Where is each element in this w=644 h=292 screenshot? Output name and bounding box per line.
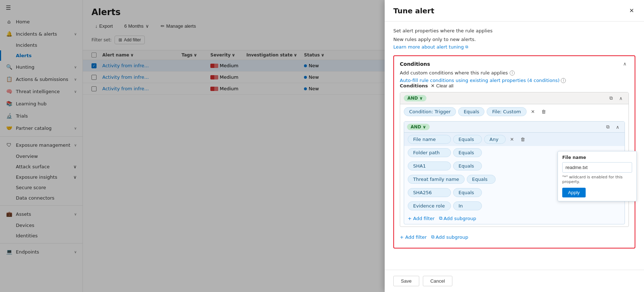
equals-chip[interactable]: Equals xyxy=(458,107,484,116)
add-subgroup-link[interactable]: ⧉ Add subgroup xyxy=(439,215,476,221)
delete-filter-button[interactable]: 🗑 xyxy=(518,136,527,143)
subgroup-icon: ⧉ xyxy=(431,234,434,240)
field-chip-threatfamily[interactable]: Threat family name xyxy=(408,175,465,184)
conditions-desc: Add custom conditions where this rule ap… xyxy=(400,70,629,76)
conditions-label: Conditions xyxy=(400,83,428,88)
side-panel: Tune alert ✕ Set alert properties where … xyxy=(385,0,644,292)
info-icon: i xyxy=(510,70,515,76)
remove-condition-button[interactable]: ✕ xyxy=(529,108,537,115)
expand-button[interactable]: ∧ xyxy=(617,95,625,102)
filename-input[interactable] xyxy=(562,162,632,173)
operator-chip[interactable]: Equals xyxy=(453,188,482,197)
clear-all-button[interactable]: ✕ Clear all xyxy=(431,83,453,88)
delete-row-button[interactable]: 🗑 xyxy=(539,108,548,115)
outer-add-subgroup-link[interactable]: ⧉ Add subgroup xyxy=(431,234,468,240)
field-chip-filename[interactable]: File name xyxy=(408,135,451,144)
panel-footer: Save Cancel xyxy=(385,270,644,292)
outer-and-row: Condition: Trigger Equals File: Custom ✕… xyxy=(400,104,629,119)
value-chip[interactable]: Any xyxy=(484,135,506,144)
filename-popup: File name "*" wildcard is enabled for th… xyxy=(558,151,637,201)
header-actions: ⧉ ∧ xyxy=(607,95,625,102)
outer-add-filter-row: + Add filter ⧉ Add subgroup xyxy=(400,231,629,243)
panel-body: Set alert properties where the rule appl… xyxy=(385,22,644,270)
popup-label: File name xyxy=(562,155,632,160)
inner-and-header: AND ∨ ⧉ ∧ xyxy=(404,122,625,133)
cancel-button[interactable]: Cancel xyxy=(423,276,452,286)
external-link-icon: ⧉ xyxy=(465,45,468,49)
copy-button[interactable]: ⧉ xyxy=(607,95,615,102)
panel-header: Tune alert ✕ xyxy=(385,0,644,22)
close-icon: ✕ xyxy=(629,8,634,14)
panel-desc-line1: Set alert properties where the rule appl… xyxy=(393,27,635,35)
conditions-header-row: Conditions ✕ Clear all xyxy=(400,83,629,88)
subgroup-icon: ⧉ xyxy=(439,215,442,221)
chevron-down-icon: ∨ xyxy=(419,96,423,101)
learn-more-link[interactable]: Learn more about alert tuning ⧉ xyxy=(393,44,635,50)
inner-and-badge[interactable]: AND ∨ xyxy=(407,124,430,130)
outer-add-filter-link[interactable]: + Add filter xyxy=(400,234,427,240)
field-chip-folderpath[interactable]: Folder path xyxy=(408,148,451,157)
expand-inner-button[interactable]: ∧ xyxy=(614,123,622,131)
outer-and-group-header: AND ∨ ⧉ ∧ xyxy=(400,92,629,104)
add-filter-link[interactable]: + Add filter xyxy=(408,216,435,221)
operator-chip[interactable]: Equals xyxy=(453,148,482,157)
autofill-link[interactable]: Auto-fill rule conditions using existing… xyxy=(400,78,629,83)
chevron-up-icon: ∧ xyxy=(623,61,627,67)
close-button[interactable]: ✕ xyxy=(628,6,635,15)
operator-chip[interactable]: In xyxy=(453,201,482,210)
save-button[interactable]: Save xyxy=(393,276,419,286)
conditions-title: Conditions ∧ xyxy=(400,60,629,67)
field-chip-evidencerole[interactable]: Evidence role xyxy=(408,201,451,210)
panel-desc-line2: New rules apply only to new alerts. xyxy=(393,36,635,43)
conditions-collapse-button[interactable]: ∧ xyxy=(621,60,629,67)
and-badge[interactable]: AND ∨ xyxy=(404,95,426,101)
panel-title: Tune alert xyxy=(393,6,434,15)
close-icon: ✕ xyxy=(431,83,435,88)
operator-chip[interactable]: Equals xyxy=(453,135,482,144)
operator-chip[interactable]: Equals xyxy=(467,175,496,184)
operator-chip[interactable]: Equals xyxy=(453,161,482,170)
field-chip-sha256[interactable]: SHA256 xyxy=(408,188,451,197)
side-panel-overlay: Tune alert ✕ Set alert properties where … xyxy=(0,0,644,292)
condition-trigger-chip[interactable]: Condition: Trigger xyxy=(404,107,456,116)
chevron-down-icon: ∨ xyxy=(422,124,426,129)
inner-header-actions: ⧉ ∧ xyxy=(604,123,622,131)
remove-filter-button[interactable]: ✕ xyxy=(508,136,516,143)
inner-add-filter-row: + Add filter ⧉ Add subgroup xyxy=(404,213,625,224)
copy-inner-button[interactable]: ⧉ xyxy=(604,123,612,131)
filter-row-filename[interactable]: File name Equals Any ✕ 🗑 xyxy=(404,133,625,146)
field-chip-sha1[interactable]: SHA1 xyxy=(408,161,451,170)
file-custom-chip[interactable]: File: Custom xyxy=(487,107,526,116)
popup-hint: "*" wildcard is enabled for this propert… xyxy=(562,175,632,184)
info-icon: i xyxy=(561,78,566,83)
apply-button[interactable]: Apply xyxy=(562,188,586,197)
